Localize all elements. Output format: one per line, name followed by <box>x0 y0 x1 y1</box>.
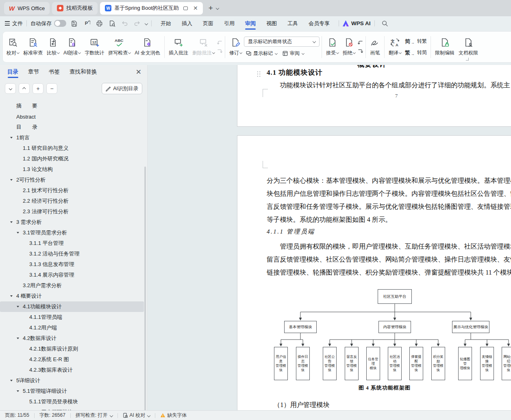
tab-current-document[interactable]: W 基于Spring Boot的社区互助 ✕ <box>100 2 203 15</box>
restrict-editing-button[interactable]: 限制编辑 <box>433 33 457 61</box>
toc-item[interactable]: 2.2 经济可行性分析 <box>0 196 144 206</box>
expand-arrow-icon[interactable] <box>17 232 19 234</box>
next-comment-icon[interactable] <box>217 48 223 54</box>
toc-item[interactable]: 2.1 技术可行性分析 <box>0 185 144 196</box>
ink-brush-button[interactable]: 画笔 <box>368 33 382 61</box>
expand-arrow-icon[interactable] <box>17 306 19 307</box>
delete-comment-button[interactable]: 删除批注 <box>190 33 217 61</box>
sidebar-tab-bookmarks[interactable]: 书签 <box>49 65 60 79</box>
toc-item[interactable]: 1前言 <box>0 132 144 143</box>
menu-page[interactable]: 页面 <box>198 16 219 30</box>
compare-button[interactable]: 比较 <box>45 33 61 61</box>
toc-item[interactable]: 4.2.3数据库表设计 <box>0 365 144 375</box>
toc-item[interactable]: 4 概要设计 <box>0 291 144 301</box>
export-pdf-icon[interactable]: P <box>83 20 90 27</box>
expand-all-button[interactable] <box>5 83 16 94</box>
document-permission-button[interactable]: 文档权限 <box>457 33 480 61</box>
document-canvas[interactable]: 概要设计 4.1 功能模块设计 功能模块设计针对社区互助平台的各个组成部分进行了… <box>148 65 511 410</box>
close-tab-icon[interactable]: ✕ <box>193 5 198 11</box>
toc-item[interactable]: 4.2.2系统 E-R 图 <box>0 354 144 365</box>
toc-item[interactable]: 1.1 研究目的与意义 <box>0 143 144 154</box>
toc-item[interactable]: 3.1管理员需求分析 <box>0 227 144 238</box>
ai-proofread-status[interactable]: AI 校对 <box>123 412 150 419</box>
zoom-in-outline-button[interactable]: + <box>33 83 43 94</box>
traditional-to-simplified-button[interactable]: 繁→转简 <box>403 48 428 57</box>
history-chevron-icon[interactable] <box>145 22 148 25</box>
toc-item[interactable]: 目 录 <box>0 122 144 132</box>
sidebar-tab-find-replace[interactable]: 查找和替换 <box>70 65 97 79</box>
detach-window-icon[interactable] <box>183 6 188 10</box>
tab-wps-office[interactable]: W WPS Office <box>4 2 50 15</box>
expand-arrow-icon[interactable] <box>10 137 13 139</box>
print-icon[interactable] <box>96 20 103 27</box>
expand-arrow-icon[interactable] <box>10 380 13 381</box>
zoom-out-outline-button[interactable]: − <box>46 83 57 94</box>
file-menu[interactable]: 文件 <box>12 20 23 27</box>
missing-font-warning[interactable]: 缺失字体 <box>160 412 187 419</box>
translate-button[interactable]: 文A 翻译 <box>387 33 403 61</box>
toc-item[interactable]: 5.1.2用户管理模块 <box>0 407 144 410</box>
menu-review[interactable]: 审阅 <box>240 16 261 30</box>
close-sidebar-icon[interactable]: ✕ <box>136 68 141 76</box>
spell-check-button[interactable]: ABC 拼写检查 <box>106 33 133 61</box>
dialog-launcher-icon[interactable] <box>466 58 469 61</box>
menu-tools[interactable]: 工具 <box>282 16 303 30</box>
tab-list-chevron-icon[interactable] <box>216 6 219 10</box>
previous-comment-icon[interactable] <box>217 40 223 46</box>
accept-changes-button[interactable]: 接受 <box>324 33 341 61</box>
spell-check-status[interactable]: 拼写检查: 打开 <box>76 412 113 419</box>
toc-item[interactable]: 2可行性分析 <box>0 175 144 185</box>
toc-item[interactable]: 摘 要 <box>0 101 144 111</box>
toc-item[interactable]: 2.3 法律可行性分析 <box>0 206 144 217</box>
menu-home[interactable]: 开始 <box>155 16 176 30</box>
toc-item[interactable]: 3.1.2 活动与任务管理 <box>0 249 144 259</box>
standard-review-button[interactable]: 标准审查 <box>21 33 45 61</box>
sidebar-tab-contents[interactable]: 目录 <box>7 65 18 79</box>
insert-comment-button[interactable]: 插入批注 <box>167 33 190 61</box>
toc-item[interactable]: 5详细设计 <box>0 375 144 386</box>
ai-polish-button[interactable]: AI 全文润色 <box>133 33 162 61</box>
show-markup-button[interactable]: 显示标记 <box>244 49 279 58</box>
autosave-toggle[interactable] <box>54 20 66 27</box>
expand-arrow-icon[interactable] <box>17 338 19 339</box>
toc-item[interactable]: 3 需求分析 <box>0 217 144 227</box>
page-indicator[interactable]: 页面: 11/55 <box>5 412 29 419</box>
toc-item[interactable]: 5.1.1管理员登录模块 <box>0 396 144 407</box>
redo-icon[interactable] <box>134 20 141 27</box>
toc-item[interactable]: 4.2数据库设计 <box>0 333 144 344</box>
toc-item[interactable]: 4.2.1数据库设计原则 <box>0 344 144 354</box>
ai-read-aloud-button[interactable]: AI朗读 <box>61 33 83 61</box>
next-change-icon[interactable] <box>357 48 363 54</box>
markup-state-dropdown[interactable]: 显示标记的最终状态 <box>244 37 320 47</box>
proofread-button[interactable]: 校对 <box>4 33 21 61</box>
toc-item[interactable]: 1.2 国内外研究概况 <box>0 154 144 164</box>
simplified-to-traditional-button[interactable]: 简→转繁 <box>403 37 428 46</box>
word-count-button[interactable]: 12 字数统计 <box>83 33 106 61</box>
track-changes-button[interactable]: 修订 <box>227 33 244 61</box>
toc-item[interactable]: 3.1.3 信息发布管理 <box>0 259 144 270</box>
document-page-7[interactable]: 概要设计 4.1 功能模块设计 功能模块设计针对社区互助平台的各个组成部分进行了… <box>237 65 511 127</box>
hamburger-menu-icon[interactable] <box>5 21 10 25</box>
menu-membership[interactable]: 会员专享 <box>303 16 335 30</box>
new-tab-button[interactable]: + <box>209 4 213 13</box>
toc-item[interactable]: 4.1.2用户端 <box>0 323 144 333</box>
toc-item[interactable]: 5.1管理端详细设计 <box>0 386 144 396</box>
document-page-8[interactable]: 分为三个核心模块：基本管理模块、内容管理模块和展示与优化管理模块。基本管理模 块… <box>237 135 511 410</box>
previous-change-icon[interactable] <box>357 40 363 46</box>
tab-docer-templates[interactable]: 找稻壳模板 <box>52 2 98 15</box>
wps-ai-button[interactable]: WPS AI <box>343 20 371 26</box>
ai-recognize-toc-button[interactable]: AI识别目录 <box>102 83 142 94</box>
sidebar-scrollbar[interactable] <box>144 167 146 410</box>
toc-item[interactable]: Abstract <box>0 111 144 122</box>
toc-item[interactable]: 4.1功能模块设计 <box>0 301 144 312</box>
review-pane-button[interactable]: 审阅 <box>281 49 306 58</box>
expand-arrow-icon[interactable] <box>17 390 19 392</box>
menu-view[interactable]: 视图 <box>261 16 282 30</box>
print-preview-icon[interactable] <box>109 20 115 27</box>
menu-insert[interactable]: 插入 <box>176 16 198 30</box>
expand-arrow-icon[interactable] <box>10 179 13 181</box>
sidebar-tab-chapters[interactable]: 章节 <box>28 65 39 79</box>
collapse-all-button[interactable] <box>19 83 30 94</box>
toc-item[interactable]: 3.1.4 展示内容管理 <box>0 270 144 280</box>
expand-arrow-icon[interactable] <box>10 295 13 297</box>
